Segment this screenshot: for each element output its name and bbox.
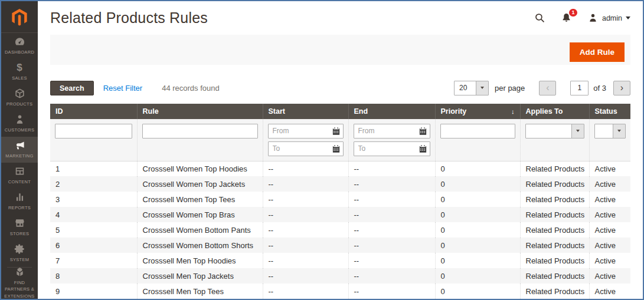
cell-rule: Crosssell Men Top Hoodies bbox=[137, 253, 263, 268]
sidebar-item-products[interactable]: PRODUCTS bbox=[1, 85, 38, 111]
status-filter-select[interactable] bbox=[594, 124, 626, 139]
cell-status: Active bbox=[589, 253, 630, 268]
chevron-down-icon bbox=[626, 17, 630, 19]
table-row[interactable]: 8 Crosssell Men Top Jackets -- -- 0 Rela… bbox=[50, 268, 630, 283]
sort-desc-icon: ↓ bbox=[511, 108, 515, 115]
column-header-start[interactable]: Start bbox=[263, 104, 348, 119]
cell-start: -- bbox=[263, 161, 348, 176]
reports-icon bbox=[14, 192, 25, 203]
id-filter-input[interactable] bbox=[55, 124, 132, 139]
cell-end: -- bbox=[348, 268, 435, 283]
content-icon bbox=[14, 166, 25, 177]
column-header-id[interactable]: ID bbox=[50, 104, 137, 119]
sidebar-item-label: MARKETING bbox=[5, 153, 34, 159]
table-row[interactable]: 5 Crosssell Women Bottom Pants -- -- 0 R… bbox=[50, 222, 630, 238]
rule-filter-input[interactable] bbox=[142, 124, 258, 139]
cell-start: -- bbox=[263, 283, 348, 299]
sidebar-item-system[interactable]: SYSTEM bbox=[1, 240, 38, 266]
column-header-rule[interactable]: Rule bbox=[137, 104, 263, 119]
cell-status: Active bbox=[589, 161, 630, 176]
admin-window: DASHBOARD $ SALES PRODUCTS CUSTOMERS MAR… bbox=[0, 0, 644, 300]
cell-end: -- bbox=[348, 207, 435, 222]
sidebar-item-label: FIND PARTNERS & EXTENSIONS bbox=[1, 279, 38, 299]
current-page-input[interactable] bbox=[570, 81, 589, 95]
applies-to-filter-select[interactable] bbox=[525, 124, 584, 139]
cell-end: -- bbox=[348, 176, 435, 192]
table-row[interactable]: 4 Crosssell Women Top Bras -- -- 0 Relat… bbox=[50, 207, 630, 222]
cell-applies-to: Related Products bbox=[520, 161, 589, 176]
sidebar-item-sales[interactable]: $ SALES bbox=[1, 59, 38, 85]
grid-body: 1 Crosssell Women Top Hoodies -- -- 0 Re… bbox=[50, 161, 630, 299]
cell-rule: Crosssell Women Top Tees bbox=[137, 192, 263, 207]
cell-status: Active bbox=[589, 222, 630, 238]
column-header-status[interactable]: Status bbox=[589, 104, 630, 119]
sidebar-nav: DASHBOARD $ SALES PRODUCTS CUSTOMERS MAR… bbox=[1, 33, 38, 299]
cell-start: -- bbox=[263, 192, 348, 207]
next-page-button[interactable]: › bbox=[613, 81, 630, 95]
magento-logo[interactable] bbox=[1, 1, 38, 33]
page-size-select[interactable]: 20 bbox=[454, 81, 489, 95]
priority-filter-input[interactable] bbox=[440, 124, 515, 139]
cell-start: -- bbox=[263, 176, 348, 192]
sidebar-item-find-partners[interactable]: FIND PARTNERS & EXTENSIONS bbox=[1, 267, 38, 299]
sidebar-item-reports[interactable]: REPORTS bbox=[1, 189, 38, 215]
cell-id: 4 bbox=[50, 207, 137, 222]
calendar-icon[interactable] bbox=[332, 127, 341, 138]
cell-end: -- bbox=[348, 238, 435, 253]
products-icon bbox=[14, 88, 25, 99]
marketing-icon bbox=[14, 140, 25, 151]
user-avatar-icon bbox=[587, 12, 599, 24]
page-header: Related Products Rules 1 admin bbox=[38, 1, 643, 35]
cell-id: 6 bbox=[50, 238, 137, 253]
sidebar-item-dashboard[interactable]: DASHBOARD bbox=[1, 33, 38, 59]
admin-account-menu[interactable]: admin bbox=[587, 12, 630, 24]
page-size-value: 20 bbox=[455, 81, 476, 95]
reset-filter-link[interactable]: Reset Filter bbox=[103, 84, 142, 93]
cell-priority: 0 bbox=[435, 268, 520, 283]
sidebar-item-marketing[interactable]: MARKETING bbox=[1, 137, 38, 163]
search-button[interactable]: Search bbox=[50, 81, 94, 95]
table-row[interactable]: 1 Crosssell Women Top Hoodies -- -- 0 Re… bbox=[50, 161, 630, 176]
previous-page-button[interactable]: ‹ bbox=[539, 81, 556, 95]
chevron-down-icon bbox=[476, 81, 488, 95]
cell-priority: 0 bbox=[435, 283, 520, 299]
cell-rule: Crosssell Women Top Jackets bbox=[137, 176, 263, 192]
cell-rule: Crosssell Women Top Hoodies bbox=[137, 161, 263, 176]
end-to-date-field bbox=[354, 141, 430, 156]
applies-to-filter-value bbox=[526, 124, 571, 138]
sidebar-item-stores[interactable]: STORES bbox=[1, 215, 38, 240]
add-rule-button[interactable]: Add Rule bbox=[570, 42, 625, 62]
column-header-priority[interactable]: Priority↓ bbox=[435, 104, 520, 119]
cell-status: Active bbox=[589, 192, 630, 207]
records-found-text: 44 records found bbox=[162, 84, 220, 93]
table-row[interactable]: 9 Crosssell Men Top Tees -- -- 0 Related… bbox=[50, 283, 630, 299]
per-page-label: per page bbox=[495, 84, 525, 93]
column-header-end[interactable]: End bbox=[348, 104, 435, 119]
calendar-icon[interactable] bbox=[419, 144, 427, 156]
cell-status: Active bbox=[589, 207, 630, 222]
calendar-icon[interactable] bbox=[332, 144, 341, 156]
cell-priority: 0 bbox=[435, 253, 520, 268]
search-icon[interactable] bbox=[534, 12, 545, 24]
stores-icon bbox=[14, 217, 25, 229]
column-header-applies-to[interactable]: Applies To bbox=[520, 104, 589, 119]
sidebar-item-content[interactable]: CONTENT bbox=[1, 163, 38, 189]
cell-id: 3 bbox=[50, 192, 137, 207]
cell-rule: Crosssell Men Top Jackets bbox=[137, 268, 263, 283]
sidebar-item-label: SALES bbox=[11, 75, 28, 81]
cell-id: 2 bbox=[50, 176, 137, 192]
table-row[interactable]: 7 Crosssell Men Top Hoodies -- -- 0 Rela… bbox=[50, 253, 630, 268]
notifications-bell-icon[interactable]: 1 bbox=[561, 12, 572, 24]
table-row[interactable]: 6 Crosssell Women Bottom Shorts -- -- 0 … bbox=[50, 238, 630, 253]
cell-applies-to: Related Products bbox=[520, 238, 589, 253]
sidebar-item-customers[interactable]: CUSTOMERS bbox=[1, 111, 38, 137]
table-row[interactable]: 2 Crosssell Women Top Jackets -- -- 0 Re… bbox=[50, 176, 630, 192]
sidebar-item-label: DASHBOARD bbox=[4, 49, 35, 55]
calendar-icon[interactable] bbox=[419, 127, 427, 138]
cell-start: -- bbox=[263, 207, 348, 222]
cell-rule: Crosssell Women Bottom Shorts bbox=[137, 238, 263, 253]
dashboard-icon bbox=[14, 36, 25, 47]
table-row[interactable]: 3 Crosssell Women Top Tees -- -- 0 Relat… bbox=[50, 192, 630, 207]
chevron-down-icon bbox=[571, 124, 584, 138]
grid-filter-row bbox=[50, 119, 630, 161]
